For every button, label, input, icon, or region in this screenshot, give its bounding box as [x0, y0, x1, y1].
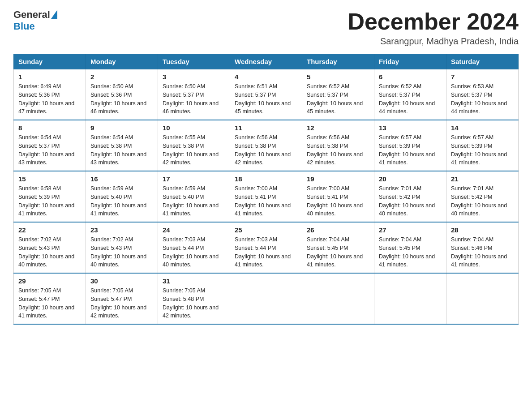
day-number: 8 — [18, 124, 81, 132]
calendar-day-cell: 29 Sunrise: 7:05 AM Sunset: 5:47 PM Dayl… — [14, 273, 86, 324]
day-number: 28 — [451, 226, 514, 234]
calendar-day-cell: 30 Sunrise: 7:05 AM Sunset: 5:47 PM Dayl… — [86, 273, 158, 324]
calendar-week-row: 29 Sunrise: 7:05 AM Sunset: 5:47 PM Dayl… — [14, 273, 519, 324]
day-number: 29 — [18, 277, 81, 285]
day-info: Sunrise: 7:00 AM Sunset: 5:41 PM Dayligh… — [235, 184, 297, 218]
day-info: Sunrise: 7:01 AM Sunset: 5:42 PM Dayligh… — [379, 184, 442, 218]
calendar-day-cell: 2 Sunrise: 6:50 AM Sunset: 5:36 PM Dayli… — [86, 69, 158, 120]
calendar-day-cell: 7 Sunrise: 6:53 AM Sunset: 5:37 PM Dayli… — [446, 69, 519, 120]
calendar-day-cell: 28 Sunrise: 7:04 AM Sunset: 5:46 PM Dayl… — [446, 222, 519, 273]
day-info: Sunrise: 7:04 AM Sunset: 5:46 PM Dayligh… — [451, 235, 514, 269]
day-number: 13 — [379, 124, 442, 132]
day-info: Sunrise: 7:03 AM Sunset: 5:44 PM Dayligh… — [163, 235, 225, 269]
day-number: 21 — [451, 175, 514, 183]
calendar-week-row: 15 Sunrise: 6:58 AM Sunset: 5:39 PM Dayl… — [14, 171, 519, 222]
day-number: 5 — [307, 73, 369, 81]
day-info: Sunrise: 7:04 AM Sunset: 5:45 PM Dayligh… — [379, 235, 442, 269]
calendar-day-cell — [230, 273, 302, 324]
day-number: 17 — [163, 175, 225, 183]
day-info: Sunrise: 6:55 AM Sunset: 5:38 PM Dayligh… — [163, 133, 225, 167]
day-info: Sunrise: 6:59 AM Sunset: 5:40 PM Dayligh… — [163, 184, 225, 218]
day-number: 24 — [163, 226, 225, 234]
day-info: Sunrise: 6:49 AM Sunset: 5:36 PM Dayligh… — [18, 82, 81, 116]
day-info: Sunrise: 6:50 AM Sunset: 5:36 PM Dayligh… — [90, 82, 153, 116]
weekday-header-monday: Monday — [86, 54, 158, 69]
weekday-header-tuesday: Tuesday — [158, 54, 230, 69]
calendar-day-cell: 31 Sunrise: 7:05 AM Sunset: 5:48 PM Dayl… — [158, 273, 230, 324]
logo: General Blue — [13, 9, 57, 32]
day-info: Sunrise: 6:53 AM Sunset: 5:37 PM Dayligh… — [451, 82, 514, 116]
calendar-day-cell: 15 Sunrise: 6:58 AM Sunset: 5:39 PM Dayl… — [14, 171, 86, 222]
day-number: 7 — [451, 73, 514, 81]
day-number: 1 — [18, 73, 81, 81]
weekday-header-saturday: Saturday — [446, 54, 519, 69]
day-number: 4 — [235, 73, 297, 81]
calendar-day-cell — [446, 273, 519, 324]
day-number: 23 — [90, 226, 153, 234]
day-number: 14 — [451, 124, 514, 132]
day-number: 15 — [18, 175, 81, 183]
calendar-day-cell: 22 Sunrise: 7:02 AM Sunset: 5:43 PM Dayl… — [14, 222, 86, 273]
calendar-day-cell: 24 Sunrise: 7:03 AM Sunset: 5:44 PM Dayl… — [158, 222, 230, 273]
day-info: Sunrise: 7:01 AM Sunset: 5:42 PM Dayligh… — [451, 184, 514, 218]
day-number: 6 — [379, 73, 442, 81]
day-number: 27 — [379, 226, 442, 234]
calendar-header: SundayMondayTuesdayWednesdayThursdayFrid… — [14, 54, 519, 69]
calendar-day-cell: 17 Sunrise: 6:59 AM Sunset: 5:40 PM Dayl… — [158, 171, 230, 222]
day-number: 12 — [307, 124, 369, 132]
month-title: December 2024 — [348, 9, 519, 34]
day-info: Sunrise: 6:51 AM Sunset: 5:37 PM Dayligh… — [235, 82, 297, 116]
weekday-header-wednesday: Wednesday — [230, 54, 302, 69]
calendar-day-cell: 23 Sunrise: 7:02 AM Sunset: 5:43 PM Dayl… — [86, 222, 158, 273]
calendar-day-cell: 3 Sunrise: 6:50 AM Sunset: 5:37 PM Dayli… — [158, 69, 230, 120]
day-info: Sunrise: 7:02 AM Sunset: 5:43 PM Dayligh… — [90, 235, 153, 269]
calendar-day-cell: 1 Sunrise: 6:49 AM Sunset: 5:36 PM Dayli… — [14, 69, 86, 120]
calendar-table: SundayMondayTuesdayWednesdayThursdayFrid… — [13, 54, 519, 325]
day-info: Sunrise: 6:56 AM Sunset: 5:38 PM Dayligh… — [307, 133, 369, 167]
calendar-day-cell: 13 Sunrise: 6:57 AM Sunset: 5:39 PM Dayl… — [374, 120, 446, 171]
day-number: 2 — [90, 73, 153, 81]
day-info: Sunrise: 7:05 AM Sunset: 5:48 PM Dayligh… — [163, 287, 225, 320]
day-info: Sunrise: 7:02 AM Sunset: 5:43 PM Dayligh… — [18, 235, 81, 269]
day-info: Sunrise: 6:59 AM Sunset: 5:40 PM Dayligh… — [90, 184, 153, 218]
page-header: General Blue December 2024 Sarangpur, Ma… — [13, 9, 519, 47]
calendar-day-cell — [374, 273, 446, 324]
weekday-header-sunday: Sunday — [14, 54, 86, 69]
day-info: Sunrise: 6:50 AM Sunset: 5:37 PM Dayligh… — [163, 82, 225, 116]
calendar-day-cell — [302, 273, 374, 324]
title-area: December 2024 Sarangpur, Madhya Pradesh,… — [348, 9, 519, 47]
day-number: 10 — [163, 124, 225, 132]
calendar-day-cell: 26 Sunrise: 7:04 AM Sunset: 5:45 PM Dayl… — [302, 222, 374, 273]
calendar-week-row: 1 Sunrise: 6:49 AM Sunset: 5:36 PM Dayli… — [14, 69, 519, 120]
day-number: 11 — [235, 124, 297, 132]
day-number: 18 — [235, 175, 297, 183]
logo-text-general: General — [13, 9, 50, 21]
day-info: Sunrise: 6:56 AM Sunset: 5:38 PM Dayligh… — [235, 133, 297, 167]
location-title: Sarangpur, Madhya Pradesh, India — [348, 36, 519, 47]
day-number: 22 — [18, 226, 81, 234]
calendar-day-cell: 25 Sunrise: 7:03 AM Sunset: 5:44 PM Dayl… — [230, 222, 302, 273]
calendar-day-cell: 8 Sunrise: 6:54 AM Sunset: 5:37 PM Dayli… — [14, 120, 86, 171]
calendar-day-cell: 19 Sunrise: 7:00 AM Sunset: 5:41 PM Dayl… — [302, 171, 374, 222]
day-number: 9 — [90, 124, 153, 132]
calendar-day-cell: 9 Sunrise: 6:54 AM Sunset: 5:38 PM Dayli… — [86, 120, 158, 171]
calendar-day-cell: 16 Sunrise: 6:59 AM Sunset: 5:40 PM Dayl… — [86, 171, 158, 222]
day-info: Sunrise: 7:00 AM Sunset: 5:41 PM Dayligh… — [307, 184, 369, 218]
day-info: Sunrise: 7:05 AM Sunset: 5:47 PM Dayligh… — [18, 287, 81, 320]
calendar-day-cell: 27 Sunrise: 7:04 AM Sunset: 5:45 PM Dayl… — [374, 222, 446, 273]
calendar-day-cell: 11 Sunrise: 6:56 AM Sunset: 5:38 PM Dayl… — [230, 120, 302, 171]
day-number: 20 — [379, 175, 442, 183]
calendar-day-cell: 20 Sunrise: 7:01 AM Sunset: 5:42 PM Dayl… — [374, 171, 446, 222]
day-info: Sunrise: 6:52 AM Sunset: 5:37 PM Dayligh… — [379, 82, 442, 116]
day-info: Sunrise: 7:04 AM Sunset: 5:45 PM Dayligh… — [307, 235, 369, 269]
day-info: Sunrise: 6:57 AM Sunset: 5:39 PM Dayligh… — [379, 133, 442, 167]
calendar-body: 1 Sunrise: 6:49 AM Sunset: 5:36 PM Dayli… — [14, 69, 519, 325]
calendar-week-row: 22 Sunrise: 7:02 AM Sunset: 5:43 PM Dayl… — [14, 222, 519, 273]
day-info: Sunrise: 7:05 AM Sunset: 5:47 PM Dayligh… — [90, 287, 153, 320]
logo-text-blue: Blue — [13, 21, 57, 32]
day-number: 30 — [90, 277, 153, 285]
calendar-day-cell: 4 Sunrise: 6:51 AM Sunset: 5:37 PM Dayli… — [230, 69, 302, 120]
day-info: Sunrise: 6:54 AM Sunset: 5:37 PM Dayligh… — [18, 133, 81, 167]
logo-triangle-icon — [51, 10, 57, 19]
weekday-header-friday: Friday — [374, 54, 446, 69]
